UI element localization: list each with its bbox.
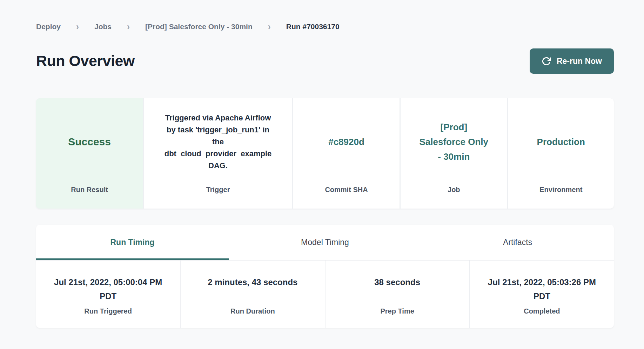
rerun-now-label: Re-run Now [557, 57, 602, 66]
breadcrumb-current-run: Run #70036170 [286, 22, 340, 31]
run-triggered-value: Jul 21st, 2022, 05:00:04 PM PDT [46, 275, 170, 303]
run-timing-row: Jul 21st, 2022, 05:00:04 PM PDT Run Trig… [36, 261, 614, 328]
run-result-value: Success [68, 136, 111, 148]
trigger-value: Triggered via Apache Airflow by task 'tr… [162, 112, 274, 172]
commit-sha-card: #c8920d Commit SHA [293, 98, 400, 209]
completed-value: Jul 21st, 2022, 05:03:26 PM PDT [480, 275, 604, 303]
run-summary-cards: Success Run Result Triggered via Apache … [36, 98, 614, 209]
rerun-now-button[interactable]: Re-run Now [530, 48, 614, 74]
tab-model-timing[interactable]: Model Timing [229, 225, 421, 260]
job-link[interactable]: [Prod] Salesforce Only - 30min [417, 120, 491, 164]
trigger-card: Triggered via Apache Airflow by task 'tr… [144, 98, 292, 209]
breadcrumb: Deploy › Jobs › [Prod] Salesforce Only -… [36, 20, 614, 33]
run-duration-value: 2 minutes, 43 seconds [208, 275, 297, 289]
tab-bar: Run Timing Model Timing Artifacts [36, 225, 614, 261]
completed-cell: Jul 21st, 2022, 05:03:26 PM PDT Complete… [469, 261, 614, 328]
breadcrumb-deploy[interactable]: Deploy [36, 22, 61, 31]
run-result-card: Success Run Result [36, 98, 143, 209]
tab-run-timing[interactable]: Run Timing [36, 225, 229, 260]
environment-link[interactable]: Production [537, 134, 585, 149]
tab-artifacts[interactable]: Artifacts [421, 225, 614, 260]
run-result-label: Run Result [36, 186, 143, 194]
run-triggered-cell: Jul 21st, 2022, 05:00:04 PM PDT Run Trig… [36, 261, 180, 328]
run-duration-cell: 2 minutes, 43 seconds Run Duration [180, 261, 324, 328]
run-triggered-label: Run Triggered [43, 307, 173, 315]
run-overview-page: Deploy › Jobs › [Prod] Salesforce Only -… [0, 0, 644, 349]
breadcrumb-job-name[interactable]: [Prod] Salesforce Only - 30min [145, 22, 253, 31]
environment-label: Environment [508, 186, 614, 194]
prep-time-cell: 38 seconds Prep Time [325, 261, 469, 328]
run-duration-label: Run Duration [188, 307, 317, 315]
refresh-icon [542, 57, 551, 66]
breadcrumb-jobs[interactable]: Jobs [94, 22, 112, 31]
job-card: [Prod] Salesforce Only - 30min Job [401, 98, 507, 209]
chevron-right-icon: › [76, 22, 79, 32]
job-label: Job [401, 186, 507, 194]
chevron-right-icon: › [127, 22, 130, 32]
chevron-right-icon: › [268, 22, 271, 32]
prep-time-label: Prep Time [333, 307, 462, 315]
environment-card: Production Environment [508, 98, 614, 209]
page-header: Run Overview Re-run Now [36, 48, 614, 74]
completed-label: Completed [477, 307, 607, 315]
prep-time-value: 38 seconds [374, 275, 420, 289]
commit-sha-label: Commit SHA [293, 186, 400, 194]
run-detail-panel: Run Timing Model Timing Artifacts Jul 21… [36, 225, 614, 328]
page-title: Run Overview [36, 53, 135, 69]
trigger-label: Trigger [144, 186, 292, 194]
commit-sha-link[interactable]: #c8920d [328, 134, 364, 149]
